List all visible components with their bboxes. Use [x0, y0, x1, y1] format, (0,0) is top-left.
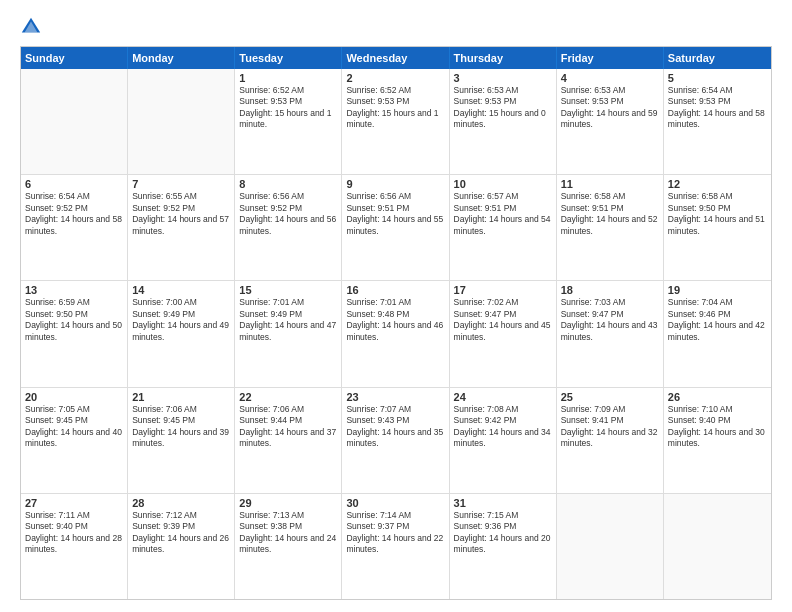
calendar-cell: 27Sunrise: 7:11 AMSunset: 9:40 PMDayligh… — [21, 494, 128, 599]
calendar-cell: 30Sunrise: 7:14 AMSunset: 9:37 PMDayligh… — [342, 494, 449, 599]
day-number: 22 — [239, 391, 337, 403]
cell-info: Sunrise: 7:07 AMSunset: 9:43 PMDaylight:… — [346, 404, 444, 450]
header — [20, 16, 772, 38]
cell-info: Sunrise: 6:56 AMSunset: 9:52 PMDaylight:… — [239, 191, 337, 237]
day-number: 30 — [346, 497, 444, 509]
calendar-body: 1Sunrise: 6:52 AMSunset: 9:53 PMDaylight… — [21, 69, 771, 599]
calendar-row-3: 20Sunrise: 7:05 AMSunset: 9:45 PMDayligh… — [21, 387, 771, 493]
calendar-cell: 21Sunrise: 7:06 AMSunset: 9:45 PMDayligh… — [128, 388, 235, 493]
day-number: 9 — [346, 178, 444, 190]
day-number: 7 — [132, 178, 230, 190]
day-number: 4 — [561, 72, 659, 84]
cell-info: Sunrise: 7:03 AMSunset: 9:47 PMDaylight:… — [561, 297, 659, 343]
cell-info: Sunrise: 7:13 AMSunset: 9:38 PMDaylight:… — [239, 510, 337, 556]
cell-info: Sunrise: 6:55 AMSunset: 9:52 PMDaylight:… — [132, 191, 230, 237]
cell-info: Sunrise: 7:11 AMSunset: 9:40 PMDaylight:… — [25, 510, 123, 556]
calendar-cell: 8Sunrise: 6:56 AMSunset: 9:52 PMDaylight… — [235, 175, 342, 280]
cell-info: Sunrise: 7:10 AMSunset: 9:40 PMDaylight:… — [668, 404, 767, 450]
cell-info: Sunrise: 6:58 AMSunset: 9:50 PMDaylight:… — [668, 191, 767, 237]
day-number: 15 — [239, 284, 337, 296]
day-number: 10 — [454, 178, 552, 190]
day-number: 6 — [25, 178, 123, 190]
header-day-wednesday: Wednesday — [342, 47, 449, 69]
calendar: SundayMondayTuesdayWednesdayThursdayFrid… — [20, 46, 772, 600]
cell-info: Sunrise: 7:04 AMSunset: 9:46 PMDaylight:… — [668, 297, 767, 343]
calendar-cell — [21, 69, 128, 174]
cell-info: Sunrise: 7:14 AMSunset: 9:37 PMDaylight:… — [346, 510, 444, 556]
calendar-cell: 19Sunrise: 7:04 AMSunset: 9:46 PMDayligh… — [664, 281, 771, 386]
day-number: 8 — [239, 178, 337, 190]
cell-info: Sunrise: 6:54 AMSunset: 9:53 PMDaylight:… — [668, 85, 767, 131]
calendar-cell: 2Sunrise: 6:52 AMSunset: 9:53 PMDaylight… — [342, 69, 449, 174]
calendar-cell: 28Sunrise: 7:12 AMSunset: 9:39 PMDayligh… — [128, 494, 235, 599]
calendar-row-2: 13Sunrise: 6:59 AMSunset: 9:50 PMDayligh… — [21, 280, 771, 386]
cell-info: Sunrise: 6:58 AMSunset: 9:51 PMDaylight:… — [561, 191, 659, 237]
cell-info: Sunrise: 7:00 AMSunset: 9:49 PMDaylight:… — [132, 297, 230, 343]
cell-info: Sunrise: 6:53 AMSunset: 9:53 PMDaylight:… — [454, 85, 552, 131]
calendar-cell: 25Sunrise: 7:09 AMSunset: 9:41 PMDayligh… — [557, 388, 664, 493]
calendar-cell: 18Sunrise: 7:03 AMSunset: 9:47 PMDayligh… — [557, 281, 664, 386]
calendar-cell: 15Sunrise: 7:01 AMSunset: 9:49 PMDayligh… — [235, 281, 342, 386]
cell-info: Sunrise: 6:53 AMSunset: 9:53 PMDaylight:… — [561, 85, 659, 131]
calendar-cell: 20Sunrise: 7:05 AMSunset: 9:45 PMDayligh… — [21, 388, 128, 493]
logo-icon — [20, 16, 42, 38]
calendar-cell: 14Sunrise: 7:00 AMSunset: 9:49 PMDayligh… — [128, 281, 235, 386]
logo — [20, 16, 44, 38]
header-day-monday: Monday — [128, 47, 235, 69]
calendar-cell: 29Sunrise: 7:13 AMSunset: 9:38 PMDayligh… — [235, 494, 342, 599]
day-number: 24 — [454, 391, 552, 403]
header-day-thursday: Thursday — [450, 47, 557, 69]
cell-info: Sunrise: 6:57 AMSunset: 9:51 PMDaylight:… — [454, 191, 552, 237]
cell-info: Sunrise: 6:59 AMSunset: 9:50 PMDaylight:… — [25, 297, 123, 343]
calendar-cell: 3Sunrise: 6:53 AMSunset: 9:53 PMDaylight… — [450, 69, 557, 174]
cell-info: Sunrise: 6:52 AMSunset: 9:53 PMDaylight:… — [239, 85, 337, 131]
cell-info: Sunrise: 7:12 AMSunset: 9:39 PMDaylight:… — [132, 510, 230, 556]
calendar-cell: 24Sunrise: 7:08 AMSunset: 9:42 PMDayligh… — [450, 388, 557, 493]
day-number: 27 — [25, 497, 123, 509]
calendar-cell: 1Sunrise: 6:52 AMSunset: 9:53 PMDaylight… — [235, 69, 342, 174]
calendar-cell: 23Sunrise: 7:07 AMSunset: 9:43 PMDayligh… — [342, 388, 449, 493]
cell-info: Sunrise: 7:08 AMSunset: 9:42 PMDaylight:… — [454, 404, 552, 450]
calendar-header: SundayMondayTuesdayWednesdayThursdayFrid… — [21, 47, 771, 69]
cell-info: Sunrise: 6:54 AMSunset: 9:52 PMDaylight:… — [25, 191, 123, 237]
day-number: 5 — [668, 72, 767, 84]
calendar-cell: 31Sunrise: 7:15 AMSunset: 9:36 PMDayligh… — [450, 494, 557, 599]
calendar-cell — [128, 69, 235, 174]
header-day-tuesday: Tuesday — [235, 47, 342, 69]
calendar-row-4: 27Sunrise: 7:11 AMSunset: 9:40 PMDayligh… — [21, 493, 771, 599]
calendar-cell: 22Sunrise: 7:06 AMSunset: 9:44 PMDayligh… — [235, 388, 342, 493]
day-number: 13 — [25, 284, 123, 296]
cell-info: Sunrise: 7:05 AMSunset: 9:45 PMDaylight:… — [25, 404, 123, 450]
cell-info: Sunrise: 7:01 AMSunset: 9:48 PMDaylight:… — [346, 297, 444, 343]
day-number: 11 — [561, 178, 659, 190]
day-number: 12 — [668, 178, 767, 190]
day-number: 18 — [561, 284, 659, 296]
cell-info: Sunrise: 6:56 AMSunset: 9:51 PMDaylight:… — [346, 191, 444, 237]
calendar-cell: 9Sunrise: 6:56 AMSunset: 9:51 PMDaylight… — [342, 175, 449, 280]
header-day-sunday: Sunday — [21, 47, 128, 69]
calendar-cell — [664, 494, 771, 599]
header-day-friday: Friday — [557, 47, 664, 69]
calendar-row-1: 6Sunrise: 6:54 AMSunset: 9:52 PMDaylight… — [21, 174, 771, 280]
day-number: 26 — [668, 391, 767, 403]
cell-info: Sunrise: 7:15 AMSunset: 9:36 PMDaylight:… — [454, 510, 552, 556]
day-number: 17 — [454, 284, 552, 296]
calendar-cell: 10Sunrise: 6:57 AMSunset: 9:51 PMDayligh… — [450, 175, 557, 280]
calendar-cell: 13Sunrise: 6:59 AMSunset: 9:50 PMDayligh… — [21, 281, 128, 386]
calendar-cell — [557, 494, 664, 599]
calendar-row-0: 1Sunrise: 6:52 AMSunset: 9:53 PMDaylight… — [21, 69, 771, 174]
cell-info: Sunrise: 7:09 AMSunset: 9:41 PMDaylight:… — [561, 404, 659, 450]
cell-info: Sunrise: 7:06 AMSunset: 9:45 PMDaylight:… — [132, 404, 230, 450]
day-number: 2 — [346, 72, 444, 84]
day-number: 1 — [239, 72, 337, 84]
day-number: 20 — [25, 391, 123, 403]
calendar-cell: 16Sunrise: 7:01 AMSunset: 9:48 PMDayligh… — [342, 281, 449, 386]
day-number: 16 — [346, 284, 444, 296]
header-day-saturday: Saturday — [664, 47, 771, 69]
cell-info: Sunrise: 6:52 AMSunset: 9:53 PMDaylight:… — [346, 85, 444, 131]
cell-info: Sunrise: 7:01 AMSunset: 9:49 PMDaylight:… — [239, 297, 337, 343]
page: SundayMondayTuesdayWednesdayThursdayFrid… — [0, 0, 792, 612]
day-number: 19 — [668, 284, 767, 296]
day-number: 31 — [454, 497, 552, 509]
day-number: 14 — [132, 284, 230, 296]
